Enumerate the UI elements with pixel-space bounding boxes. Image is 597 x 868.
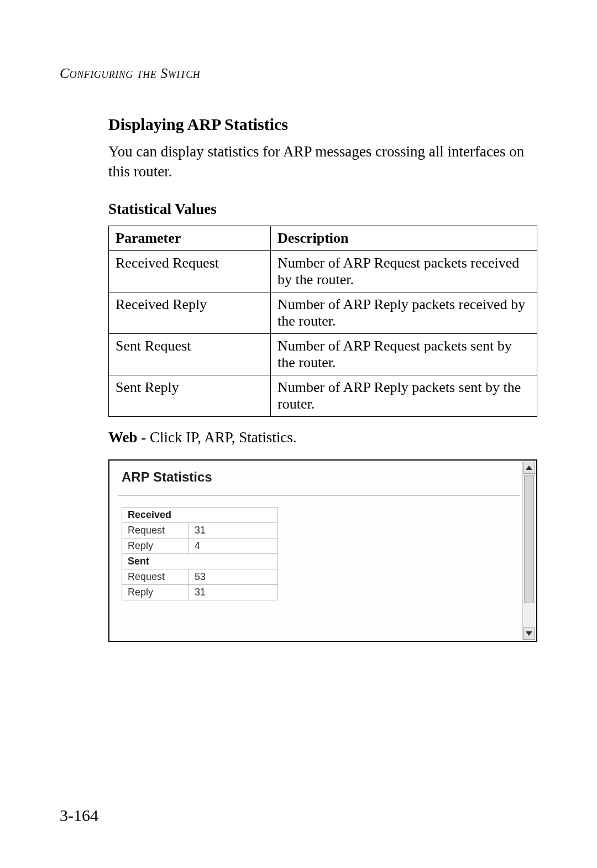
screenshot-content: ARP Statistics Received Request 31 Reply…: [118, 466, 520, 635]
cell-desc: Number of ARP Request packets sent by th…: [271, 333, 537, 375]
stats-group-name: Sent: [122, 553, 278, 569]
stats-label: Reply: [122, 538, 189, 553]
stats-label: Request: [122, 569, 189, 584]
web-nav-rest: Click IP, ARP, Statistics.: [150, 429, 297, 446]
stats-value: 53: [189, 569, 278, 584]
cell-param: Received Request: [109, 250, 271, 292]
stats-group-row: Received: [122, 507, 278, 522]
stats-row: Request 53: [122, 569, 278, 584]
cell-param: Received Reply: [109, 292, 271, 333]
cell-param: Sent Reply: [109, 375, 271, 416]
statistical-values-heading: Statistical Values: [108, 201, 537, 218]
scroll-down-button[interactable]: [523, 628, 535, 640]
scrollbar-thumb[interactable]: [524, 475, 534, 603]
scroll-up-button[interactable]: [523, 462, 535, 474]
stats-row: Reply 4: [122, 538, 278, 553]
page: Configuring the Switch Displaying ARP St…: [0, 0, 597, 868]
arp-stats-table: Received Request 31 Reply 4 Sent Request: [122, 507, 278, 600]
web-nav-lead: Web -: [108, 429, 150, 446]
intro-paragraph: You can display statistics for ARP messa…: [108, 142, 537, 182]
stats-row: Reply 31: [122, 584, 278, 600]
stats-row: Request 31: [122, 522, 278, 538]
table-header-row: Parameter Description: [109, 226, 537, 250]
web-nav-line: Web - Click IP, ARP, Statistics.: [108, 429, 537, 446]
stats-value: 4: [189, 538, 278, 553]
cell-desc: Number of ARP Request packets received b…: [271, 250, 537, 292]
chevron-down-icon: [526, 631, 532, 636]
table-row: Received Request Number of ARP Request p…: [109, 250, 537, 292]
stats-value: 31: [189, 584, 278, 600]
stats-label: Request: [122, 522, 189, 538]
parameter-table: Parameter Description Received Request N…: [108, 226, 537, 417]
table-row: Sent Reply Number of ARP Reply packets s…: [109, 375, 537, 416]
col-header-parameter: Parameter: [109, 226, 271, 250]
section-title: Displaying ARP Statistics: [108, 115, 537, 134]
col-header-description: Description: [271, 226, 537, 250]
scrollbar[interactable]: [522, 462, 535, 640]
divider: [118, 495, 520, 496]
arp-statistics-screenshot: ARP Statistics Received Request 31 Reply…: [108, 459, 537, 642]
stats-label: Reply: [122, 584, 189, 600]
table-row: Received Reply Number of ARP Reply packe…: [109, 292, 537, 333]
cell-param: Sent Request: [109, 333, 271, 375]
stats-group-name: Received: [122, 507, 278, 522]
cell-desc: Number of ARP Reply packets received by …: [271, 292, 537, 333]
page-number: 3-164: [60, 806, 98, 825]
stats-group-row: Sent: [122, 553, 278, 569]
section: Displaying ARP Statistics You can displa…: [60, 115, 537, 642]
cell-desc: Number of ARP Reply packets sent by the …: [271, 375, 537, 416]
stats-value: 31: [189, 522, 278, 538]
panel-title: ARP Statistics: [122, 469, 520, 485]
chevron-up-icon: [526, 466, 532, 470]
running-head: Configuring the Switch: [60, 65, 537, 82]
table-row: Sent Request Number of ARP Request packe…: [109, 333, 537, 375]
